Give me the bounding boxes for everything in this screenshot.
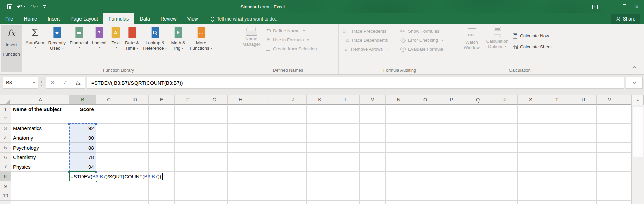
trace-precedents-button[interactable]: □→ Trace Precedents xyxy=(343,27,388,36)
cell-E7[interactable] xyxy=(149,162,175,172)
cell-L5[interactable] xyxy=(333,143,360,153)
cell-J6[interactable] xyxy=(280,153,307,162)
cell-C10[interactable] xyxy=(96,191,122,201)
cell-T9[interactable] xyxy=(544,181,571,191)
cell-D7[interactable] xyxy=(122,162,149,172)
cell-A5[interactable]: Psychology xyxy=(11,143,69,153)
cell-Q7[interactable] xyxy=(465,162,491,172)
autosum-button[interactable]: Σ AutoSum xyxy=(23,26,46,51)
cell-J11[interactable] xyxy=(280,201,307,204)
calculate-sheet-button[interactable]: Calculate Sheet xyxy=(512,41,552,52)
cell-B4[interactable]: 90 xyxy=(69,133,96,143)
cell-J4[interactable] xyxy=(280,133,307,143)
tab-data[interactable]: Data xyxy=(134,13,155,24)
cell-A11[interactable] xyxy=(11,201,69,204)
remove-arrows-button[interactable]: ↓ₓ Remove Arrows xyxy=(343,45,388,54)
cell-I5[interactable] xyxy=(254,143,280,153)
cell-Q8[interactable] xyxy=(465,172,491,181)
row-header-1[interactable]: 1 xyxy=(0,105,11,114)
cell-G6[interactable] xyxy=(201,153,228,162)
cell-T3[interactable] xyxy=(544,124,571,133)
cell-E6[interactable] xyxy=(149,153,175,162)
date-time-button[interactable]: Date & Time xyxy=(123,26,141,51)
cell-B3[interactable]: 92 xyxy=(69,124,96,133)
share-button[interactable]: Share xyxy=(611,14,640,24)
cell-J3[interactable] xyxy=(280,124,307,133)
cell-C7[interactable] xyxy=(96,162,122,172)
column-header-C[interactable]: C xyxy=(96,95,122,105)
cell-Q2[interactable] xyxy=(465,114,491,124)
cell-M10[interactable] xyxy=(360,191,386,201)
cell-I7[interactable] xyxy=(254,162,280,172)
cell-U11[interactable] xyxy=(570,201,597,204)
cell-J9[interactable] xyxy=(280,181,307,191)
cell-O10[interactable] xyxy=(412,191,439,201)
cell-E3[interactable] xyxy=(149,124,175,133)
cell-G9[interactable] xyxy=(201,181,228,191)
cell-M11[interactable] xyxy=(360,201,386,204)
column-header-L[interactable]: L xyxy=(333,95,360,105)
cell-V9[interactable] xyxy=(597,181,623,191)
tell-me-box[interactable]: Tell me what you want to do... xyxy=(211,13,279,24)
column-header-F[interactable]: F xyxy=(175,95,201,105)
cell-N9[interactable] xyxy=(386,181,412,191)
cell-G2[interactable] xyxy=(201,114,228,124)
cell-C9[interactable] xyxy=(96,181,122,191)
cell-R11[interactable] xyxy=(491,201,518,204)
cell-L8[interactable] xyxy=(333,172,360,181)
cell-O4[interactable] xyxy=(412,133,439,143)
formula-input[interactable]: =STDEV( B3:B7)/SQRT(COUNT(B3:B7)) xyxy=(87,77,624,89)
cell-P6[interactable] xyxy=(438,153,465,162)
cell-C2[interactable] xyxy=(96,114,122,124)
cell-U8[interactable] xyxy=(570,172,597,181)
cell-J10[interactable] xyxy=(280,191,307,201)
fill-handle[interactable] xyxy=(95,180,97,182)
cell-Q4[interactable] xyxy=(465,133,491,143)
column-header-J[interactable]: J xyxy=(280,95,307,105)
cell-F11[interactable] xyxy=(175,201,201,204)
cell-A3[interactable]: Mathematics xyxy=(11,124,69,133)
cell-I11[interactable] xyxy=(254,201,280,204)
cell-V10[interactable] xyxy=(597,191,623,201)
cell-N6[interactable] xyxy=(386,153,412,162)
cell-D11[interactable] xyxy=(122,201,149,204)
cell-G10[interactable] xyxy=(201,191,228,201)
cell-J1[interactable] xyxy=(280,105,307,114)
cell-O11[interactable] xyxy=(412,201,439,204)
cell-R5[interactable] xyxy=(491,143,518,153)
cell-D4[interactable] xyxy=(122,133,149,143)
cell-F4[interactable] xyxy=(175,133,201,143)
cell-P4[interactable] xyxy=(438,133,465,143)
collapse-ribbon-icon[interactable] xyxy=(632,66,637,70)
column-header-N[interactable]: N xyxy=(386,95,412,105)
cell-A10[interactable] xyxy=(11,191,69,201)
cell-S1[interactable] xyxy=(518,105,544,114)
cell-I2[interactable] xyxy=(254,114,280,124)
cell-U9[interactable] xyxy=(570,181,597,191)
cell-G8[interactable] xyxy=(201,172,228,181)
cell-S9[interactable] xyxy=(518,181,544,191)
cell-U5[interactable] xyxy=(570,143,597,153)
cell-W6[interactable] xyxy=(623,153,631,162)
select-all-corner[interactable] xyxy=(0,95,11,105)
cell-W2[interactable] xyxy=(623,114,631,124)
cell-L1[interactable] xyxy=(333,105,360,114)
column-header-O[interactable]: O xyxy=(412,95,439,105)
cell-A6[interactable]: Chemistry xyxy=(11,153,69,162)
cell-H9[interactable] xyxy=(228,181,254,191)
cell-T6[interactable] xyxy=(544,153,571,162)
vertical-scrollbar[interactable]: ▲ xyxy=(631,95,644,204)
cell-I1[interactable] xyxy=(254,105,280,114)
cell-C6[interactable] xyxy=(96,153,122,162)
cell-Q1[interactable] xyxy=(465,105,491,114)
cell-A4[interactable]: Anatomy xyxy=(11,133,69,143)
cell-W11[interactable] xyxy=(623,201,631,204)
cell-F2[interactable] xyxy=(175,114,201,124)
enter-icon[interactable]: ✓ xyxy=(63,80,67,86)
cell-N7[interactable] xyxy=(386,162,412,172)
cell-F9[interactable] xyxy=(175,181,201,191)
cell-L3[interactable] xyxy=(333,124,360,133)
cell-U1[interactable] xyxy=(570,105,597,114)
column-header-T[interactable]: T xyxy=(544,95,571,105)
cell-C4[interactable] xyxy=(96,133,122,143)
